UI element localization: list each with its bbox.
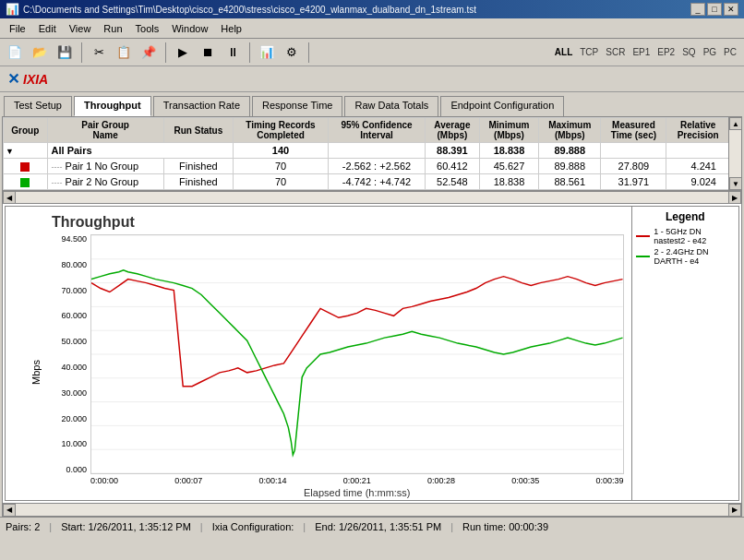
status-start: Start: 1/26/2011, 1:35:12 PM (61, 521, 191, 532)
all-pairs-minimum: 18.838 (479, 143, 538, 159)
col-maximum: Maximum(Mbps) (539, 118, 601, 143)
cut-button[interactable]: ✂ (88, 42, 110, 63)
tab-raw-data-totals[interactable]: Raw Data Totals (344, 96, 438, 116)
menu-file[interactable]: File (4, 21, 31, 36)
title-bar: 📊 C:\Documents and Settings\Tim\Desktop\… (0, 0, 744, 18)
pair2-name: ---- Pair 2 No Group (47, 174, 163, 190)
paste-button[interactable]: 📌 (138, 42, 160, 63)
pair2-confidence: -4.742 : +4.742 (328, 174, 425, 190)
table-row: ---- Pair 2 No Group Finished 70 -4.742 … (4, 174, 741, 190)
col-average: Average(Mbps) (426, 118, 480, 143)
pair1-records: 70 (234, 159, 329, 174)
table-row: ---- Pair 1 No Group Finished 70 -2.562 … (4, 159, 741, 174)
pair1-maximum: 89.888 (539, 159, 601, 174)
chart-scroll-right-btn[interactable]: ▶ (728, 504, 741, 517)
pair1-icon (4, 159, 48, 174)
legend-line-2 (636, 256, 651, 257)
y-axis: 94.500 80.000 70.000 60.000 50.000 40.00… (52, 234, 90, 474)
chart-area: Throughput 94.500 80.000 70.000 60.000 5… (6, 207, 631, 500)
legend-label-1: 1 - 5GHz DN nastest2 - e42 (654, 227, 735, 245)
status-sep-4: | (450, 521, 453, 532)
all-pairs-expand[interactable]: ▼ (4, 143, 48, 159)
scroll-left-btn[interactable]: ◀ (3, 191, 16, 204)
table-scrollbar-h[interactable]: ◀ ▶ (3, 191, 741, 204)
pair2-minimum: 18.838 (479, 174, 538, 190)
app-icon: 📊 (6, 3, 19, 16)
toolbar-separator-1 (81, 42, 82, 63)
all-pairs-measured (601, 143, 666, 159)
col-run-status: Run Status (163, 118, 233, 143)
tcp-pc[interactable]: PC (724, 47, 737, 57)
close-button[interactable]: ✕ (724, 3, 738, 16)
menu-help[interactable]: Help (215, 21, 247, 36)
save-button[interactable]: 💾 (54, 42, 76, 63)
menu-edit[interactable]: Edit (33, 21, 62, 36)
y-axis-label: Mbps (30, 360, 42, 385)
maximize-button[interactable]: □ (707, 3, 722, 16)
logo-area: ✕ IXIA (0, 66, 744, 92)
scroll-down-btn[interactable]: ▼ (729, 177, 741, 190)
table-scrollbar-v[interactable]: ▲ ▼ (728, 117, 741, 190)
pair1-status: Finished (163, 159, 233, 174)
tab-transaction-rate[interactable]: Transaction Rate (153, 96, 250, 116)
tcp-ep2[interactable]: EP2 (657, 47, 675, 57)
legend-title: Legend (636, 210, 735, 223)
pause-button[interactable]: ⏸ (222, 42, 244, 63)
all-pairs-records: 140 (234, 143, 329, 159)
tab-test-setup[interactable]: Test Setup (4, 96, 72, 116)
main-content: Group Pair GroupName Run Status Timing R… (2, 116, 742, 517)
chart-container: Throughput 94.500 80.000 70.000 60.000 5… (5, 206, 739, 501)
pair1-measured: 27.809 (601, 159, 666, 174)
col-group: Group (4, 118, 48, 143)
open-button[interactable]: 📂 (29, 42, 51, 63)
status-run-time: Run time: 00:00:39 (462, 521, 548, 532)
menu-window[interactable]: Window (166, 21, 213, 36)
menu-run[interactable]: Run (98, 21, 127, 36)
run-button[interactable]: ▶ (172, 42, 194, 63)
tabs-bar: Test Setup Throughput Transaction Rate R… (0, 92, 744, 116)
toolbar: 📄 📂 💾 ✂ 📋 📌 ▶ ⏹ ⏸ 📊 ⚙ ALL TCP SCR EP1 EP… (0, 39, 744, 66)
chart-button[interactable]: 📊 (256, 42, 278, 63)
copy-button[interactable]: 📋 (113, 42, 135, 63)
tab-endpoint-configuration[interactable]: Endpoint Configuration (440, 96, 564, 116)
status-sep-2: | (200, 521, 203, 532)
col-pair-group-name: Pair GroupName (47, 118, 163, 143)
status-sep-3: | (303, 521, 306, 532)
legend-line-1 (636, 235, 651, 237)
pair2-measured: 31.971 (601, 174, 666, 190)
tcp-ep1[interactable]: EP1 (632, 47, 650, 57)
all-pairs-maximum: 89.888 (539, 143, 601, 159)
pair2-average: 52.548 (426, 174, 480, 190)
tcp-tcp[interactable]: TCP (580, 47, 598, 57)
legend-item-1: 1 - 5GHz DN nastest2 - e42 (636, 227, 735, 245)
scroll-track-v (729, 130, 741, 177)
chart-scroll-left-btn[interactable]: ◀ (3, 504, 16, 517)
toolbar-separator-3 (249, 42, 250, 63)
pair2-icon (4, 174, 48, 190)
minimize-button[interactable]: _ (690, 3, 705, 16)
chart-scrollbar-h[interactable]: ◀ ▶ (3, 503, 741, 516)
tab-throughput[interactable]: Throughput (74, 96, 151, 116)
data-table: Group Pair GroupName Run Status Timing R… (3, 117, 741, 190)
settings-button[interactable]: ⚙ (281, 42, 303, 63)
tcp-pg[interactable]: PG (703, 47, 716, 57)
status-end: End: 1/26/2011, 1:35:51 PM (315, 521, 441, 532)
status-bar: Pairs: 2 | Start: 1/26/2011, 1:35:12 PM … (0, 517, 744, 535)
col-measured: MeasuredTime (sec) (601, 118, 666, 143)
status-ixia: Ixia Configuration: (212, 521, 294, 532)
menu-bar: File Edit View Run Tools Window Help (0, 18, 744, 39)
tab-response-time[interactable]: Response Time (252, 96, 342, 116)
stop-button[interactable]: ⏹ (197, 42, 219, 63)
tcp-sq[interactable]: SQ (682, 47, 695, 57)
tcp-scr[interactable]: SCR (606, 47, 625, 57)
tcp-all[interactable]: ALL (555, 47, 572, 57)
scroll-up-btn[interactable]: ▲ (729, 117, 741, 130)
menu-tools[interactable]: Tools (130, 21, 165, 36)
scroll-right-btn[interactable]: ▶ (728, 191, 741, 204)
all-pairs-average: 88.391 (426, 143, 480, 159)
data-table-wrapper: Group Pair GroupName Run Status Timing R… (3, 117, 741, 191)
menu-view[interactable]: View (64, 21, 97, 36)
new-button[interactable]: 📄 (4, 42, 26, 63)
legend-label-2: 2 - 2.4GHz DN DARTH - e4 (654, 247, 735, 266)
scroll-track-h (16, 192, 728, 203)
